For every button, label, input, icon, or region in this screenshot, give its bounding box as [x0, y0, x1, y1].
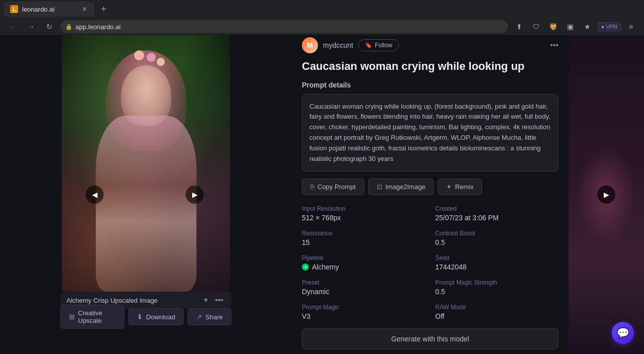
right-panel: ▶: [569, 35, 644, 354]
resonance-label: Resonance: [302, 230, 425, 237]
right-nav-arrow[interactable]: ▶: [597, 186, 615, 204]
address-text: app.leonardo.ai: [75, 23, 121, 31]
brave-button[interactable]: 🦁: [546, 20, 560, 34]
chat-bubble-button[interactable]: 💬: [612, 322, 634, 344]
figure-overlay: [62, 35, 230, 292]
prompt-actions: ⎘ Copy Prompt ⊡ Image2Image ✦ Remix: [302, 179, 558, 195]
resonance-value: 15: [302, 238, 425, 246]
prompt-magic-strength-label: Prompt Magic Strength: [435, 279, 558, 286]
prompt-box: Caucasian woman crying while looking up,…: [302, 94, 558, 172]
action-bar: ⊞ Creative Upscale ⬇ Download ↗ Share: [60, 305, 231, 329]
image-area: ◀ ▶ Alchemy Crisp Upscaled Image ▼ ••• ⊞…: [0, 35, 292, 354]
prompt-magic-label: Prompt Magic: [302, 304, 425, 311]
tab-close-button[interactable]: ✕: [80, 5, 89, 13]
flower-1: [134, 50, 144, 60]
address-bar[interactable]: 🔒 app.leonardo.ai: [60, 20, 508, 33]
more-options-button[interactable]: •••: [213, 296, 225, 305]
seed-item: Seed 17442048: [435, 254, 558, 271]
prompt-magic-value: V3: [302, 312, 425, 320]
download-label: Download: [146, 313, 175, 321]
menu-button[interactable]: ≡: [624, 20, 638, 34]
more-options-icon[interactable]: •••: [550, 41, 558, 50]
raw-mode-label: RAW Mode: [435, 304, 558, 311]
share-icon: ↗: [196, 313, 202, 321]
prompt-text: Caucasian woman crying while looking up,…: [309, 102, 551, 164]
pipeline-value: ✦ Alchemy: [302, 263, 425, 271]
prompt-magic-strength-value: 0.5: [435, 288, 558, 296]
contrast-boost-item: Contrast Boost 0.5: [435, 230, 558, 246]
follow-label: Follow: [375, 42, 392, 49]
contrast-boost-label: Contrast Boost: [435, 230, 558, 237]
prompt-magic-item: Prompt Magic V3: [302, 304, 425, 320]
flower-2: [147, 53, 156, 62]
next-image-button[interactable]: ▶: [186, 186, 204, 204]
chat-bubble-icon: 💬: [617, 327, 629, 339]
security-icon: 🔒: [65, 24, 72, 30]
dropdown-arrow-icon: ▼: [203, 297, 209, 304]
image2image-button[interactable]: ⊡ Image2Image: [368, 179, 434, 195]
follow-button[interactable]: 🔖 Follow: [358, 39, 399, 51]
forward-button[interactable]: →: [24, 20, 38, 34]
pipeline-text: Alchemy: [312, 263, 339, 271]
browser-chrome: L leonardo.ai ✕ + ← → ↻ 🔒 app.leonardo.a…: [0, 0, 644, 35]
main-image: [62, 35, 230, 292]
copy-prompt-button[interactable]: ⎘ Copy Prompt: [302, 179, 364, 195]
alchemy-indicator: ✦: [302, 263, 309, 271]
pipeline-label: Pipeline: [302, 254, 425, 261]
input-resolution-label: Input Resolution: [302, 205, 425, 212]
download-icon: ⬇: [137, 313, 143, 321]
refresh-button[interactable]: ↻: [42, 20, 56, 34]
image2image-icon: ⊡: [377, 183, 382, 191]
preset-value: Dynamic: [302, 288, 425, 296]
preset-item: Preset Dynamic: [302, 279, 425, 296]
flower-3: [157, 58, 165, 66]
creative-upscale-label: Creative Upscale: [78, 309, 116, 324]
vpn-badge: ● VPN: [598, 22, 621, 31]
copy-icon: ⎘: [310, 183, 314, 191]
tab-title: leonardo.ai: [22, 6, 54, 13]
tab-favicon: L: [10, 5, 18, 13]
image-title: Caucasian woman crying while looking up: [302, 59, 558, 74]
new-tab-button[interactable]: +: [97, 2, 111, 16]
created-value: 25/07/23 at 3:06 PM: [435, 214, 558, 222]
share-label: Share: [205, 313, 223, 321]
details-grid: Input Resolution 512 × 768px Created 25/…: [302, 205, 558, 320]
dropdown-label-text: Alchemy Crisp Upscaled Image: [66, 297, 199, 304]
figure-body: [96, 116, 196, 292]
share-button[interactable]: ↗ Share: [188, 308, 231, 325]
preset-label: Preset: [302, 279, 425, 286]
username: mydccunt: [323, 41, 353, 49]
bookmarks-button[interactable]: ★: [581, 20, 595, 34]
download-button[interactable]: ⬇ Download: [128, 308, 184, 325]
generate-button[interactable]: Generate with this model: [302, 328, 558, 349]
info-panel: M mydccunt 🔖 Follow ••• Caucasian woman …: [292, 35, 569, 354]
creative-upscale-button[interactable]: ⊞ Creative Upscale: [60, 305, 124, 329]
share-browser-button[interactable]: ⬆: [512, 20, 526, 34]
back-button[interactable]: ←: [6, 20, 20, 34]
contrast-boost-value: 0.5: [435, 238, 558, 246]
bookmark-icon: 🔖: [365, 42, 372, 49]
raw-mode-item: RAW Mode Off: [435, 304, 558, 320]
generate-label: Generate with this model: [391, 335, 469, 343]
active-tab[interactable]: L leonardo.ai ✕: [4, 2, 95, 17]
pipeline-item: Pipeline ✦ Alchemy: [302, 254, 425, 271]
resonance-item: Resonance 15: [302, 230, 425, 246]
creative-upscale-icon: ⊞: [69, 313, 75, 321]
seed-value: 17442048: [435, 263, 558, 271]
remix-button[interactable]: ✦ Remix: [438, 179, 482, 195]
prompt-magic-strength-item: Prompt Magic Strength 0.5: [435, 279, 558, 296]
raw-mode-value: Off: [435, 312, 558, 320]
prev-image-button[interactable]: ◀: [86, 186, 104, 204]
extensions-button[interactable]: 🛡: [529, 20, 543, 34]
created-label: Created: [435, 205, 558, 212]
input-resolution-value: 512 × 768px: [302, 214, 425, 222]
prompt-section-label: Prompt details: [302, 81, 558, 89]
seed-label: Seed: [435, 254, 558, 261]
input-resolution-item: Input Resolution 512 × 768px: [302, 205, 425, 222]
remix-label: Remix: [455, 183, 473, 191]
browser-tabs: L leonardo.ai ✕ +: [0, 0, 644, 18]
user-header: M mydccunt 🔖 Follow •••: [302, 35, 558, 53]
avatar: M: [302, 37, 318, 53]
sidebar-button[interactable]: ▣: [564, 20, 578, 34]
remix-icon: ✦: [446, 183, 452, 191]
